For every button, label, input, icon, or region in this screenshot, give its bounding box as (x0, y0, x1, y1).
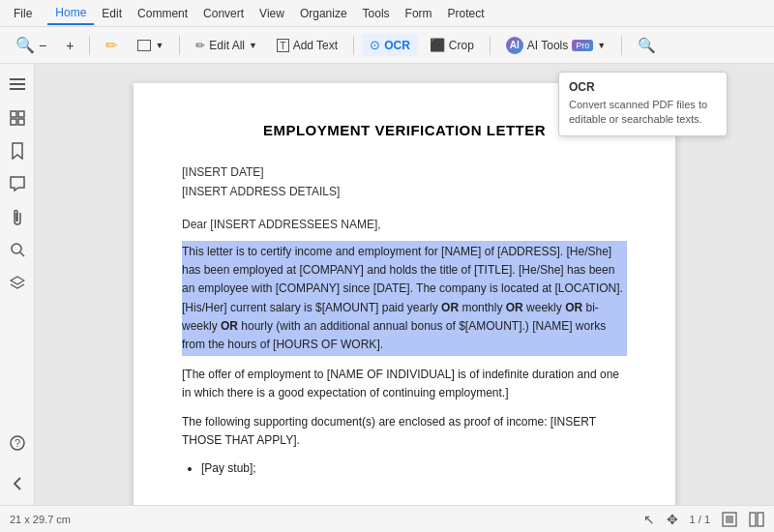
status-right: ↖ ✥ 1 / 1 (643, 512, 764, 527)
menu-organize[interactable]: Organize (292, 3, 355, 24)
toolbar: 🔍 − + ✏ ▼ ✏ Edit All ▼ T Add Text ⊙ OCR … (0, 27, 774, 64)
crop-button[interactable]: ⬛ Crop (422, 34, 482, 56)
svg-rect-13 (750, 513, 756, 526)
search-icon: 🔍 (638, 37, 656, 54)
edit-icon: ✏ (195, 39, 205, 52)
menu-protect[interactable]: Protect (440, 3, 492, 24)
svg-line-8 (20, 252, 24, 256)
sidebar-icon-comment[interactable] (4, 170, 31, 197)
menu-view[interactable]: View (252, 3, 292, 24)
zoom-out-button[interactable]: 🔍 − (8, 32, 54, 58)
para-2: The following supporting document(s) are… (182, 413, 627, 450)
svg-point-7 (12, 244, 21, 253)
menu-comment[interactable]: Comment (130, 3, 195, 24)
add-text-icon: T (277, 39, 289, 52)
sidebar-icon-attachment[interactable] (4, 203, 31, 230)
layout-icon[interactable] (749, 512, 764, 527)
toolbar-sep-1 (89, 36, 90, 55)
ai-dropdown-icon: ▼ (597, 41, 606, 50)
highlight-button[interactable]: ✏ (98, 33, 126, 58)
menu-edit[interactable]: Edit (94, 3, 130, 24)
dear-line: Dear [INSERT ADDRESSEES NAME], (182, 218, 627, 231)
ai-tools-button[interactable]: AI AI Tools Pro ▼ (498, 33, 613, 58)
menu-home[interactable]: Home (47, 2, 94, 25)
zoom-in-icon: + (66, 38, 74, 53)
zoom-in-button[interactable]: + (58, 34, 81, 57)
svg-rect-1 (10, 83, 25, 85)
rect-icon (137, 40, 151, 51)
title-bar: File Home Edit Comment Convert View Orga… (0, 0, 774, 27)
title-bar-left: File (6, 3, 40, 24)
left-sidebar: ? (0, 64, 35, 505)
svg-rect-0 (10, 78, 25, 80)
sidebar-icon-thumbnail[interactable] (4, 104, 31, 132)
or-1: OR (441, 301, 459, 314)
or-4: OR (221, 319, 238, 333)
crop-label: Crop (449, 39, 474, 52)
svg-rect-5 (11, 119, 16, 125)
menu-form[interactable]: Form (398, 3, 440, 24)
toolbar-sep-2 (179, 36, 180, 55)
rect-dropdown-icon: ▼ (155, 41, 164, 50)
or-2: OR (506, 301, 523, 314)
crop-icon: ⬛ (430, 38, 445, 52)
list-item-1: [Pay stub]; (201, 459, 627, 478)
sidebar-icon-menu[interactable] (4, 72, 31, 99)
ocr-icon: ⊙ (370, 38, 380, 52)
zoom-out-label: − (39, 38, 46, 53)
svg-rect-6 (18, 119, 24, 125)
edit-dropdown-icon: ▼ (249, 41, 257, 50)
zoom-out-icon: 🔍 (15, 36, 35, 54)
insert-address: [INSERT ADDRESS DETAILS] (182, 185, 627, 198)
page-dimensions: 21 x 29.7 cm (10, 514, 71, 525)
menu-convert[interactable]: Convert (195, 3, 252, 24)
ocr-tooltip: OCR Convert scanned PDF files to editabl… (558, 72, 728, 136)
svg-rect-14 (758, 513, 763, 526)
ocr-label: OCR (384, 39, 410, 52)
sidebar-icon-nav-left[interactable] (4, 470, 31, 497)
document-area[interactable]: OCR Convert scanned PDF files to editabl… (35, 64, 774, 505)
ocr-button[interactable]: ⊙ OCR (362, 34, 418, 56)
ai-badge: Pro (572, 40, 593, 51)
status-bar: 21 x 29.7 cm ↖ ✥ 1 / 1 (0, 505, 774, 532)
svg-rect-12 (726, 516, 733, 523)
tooltip-title: OCR (569, 80, 717, 94)
menu-tools[interactable]: Tools (355, 3, 398, 24)
para-1: [The offer of employment to [NAME OF IND… (182, 366, 627, 402)
fit-page-icon[interactable] (722, 512, 737, 527)
sidebar-icon-bookmark[interactable] (4, 137, 31, 164)
main-layout: ? OCR Convert scanned PDF files to edita… (0, 64, 774, 505)
highlighted-paragraph: This letter is to certify income and emp… (182, 241, 627, 356)
svg-rect-3 (11, 111, 16, 117)
document-list: [Pay stub]; (201, 459, 627, 478)
cursor-icon[interactable]: ↖ (643, 512, 655, 527)
ai-icon: AI (506, 37, 523, 54)
svg-text:?: ? (15, 437, 20, 449)
add-text-label: Add Text (293, 39, 338, 52)
svg-rect-2 (10, 88, 25, 90)
move-icon[interactable]: ✥ (667, 512, 678, 527)
toolbar-sep-4 (490, 36, 491, 55)
toolbar-sep-3 (353, 36, 354, 55)
edit-all-button[interactable]: ✏ Edit All ▼ (188, 35, 265, 56)
sidebar-icon-search[interactable] (4, 236, 31, 263)
or-3: OR (565, 301, 582, 314)
menu-bar: Home Edit Comment Convert View Organize … (47, 2, 491, 25)
insert-date: [INSERT DATE] (182, 165, 627, 179)
highlight-icon: ✏ (105, 37, 118, 54)
toolbar-sep-5 (621, 36, 622, 55)
file-menu[interactable]: File (6, 3, 40, 24)
pdf-page: EMPLOYMENT VERIFICATION LETTER [INSERT D… (134, 83, 675, 505)
tooltip-text: Convert scanned PDF files to editable or… (569, 98, 717, 128)
rect-button[interactable]: ▼ (130, 36, 171, 55)
sidebar-icon-layers[interactable] (4, 269, 31, 296)
edit-all-label: Edit All (209, 39, 245, 52)
sidebar-icon-help[interactable]: ? (4, 429, 31, 457)
add-text-button[interactable]: T Add Text (269, 35, 345, 56)
page-info: 1 / 1 (690, 514, 710, 525)
svg-rect-4 (18, 111, 24, 117)
search-toolbar-button[interactable]: 🔍 (630, 33, 664, 58)
ai-tools-label: AI Tools (527, 39, 568, 52)
